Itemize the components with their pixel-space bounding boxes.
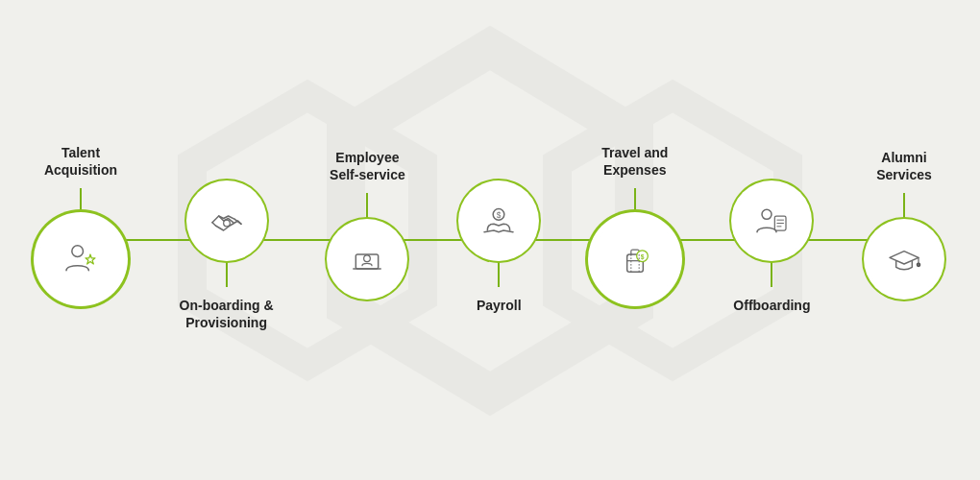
svg-point-24	[917, 263, 919, 266]
label-onboarding: On-boarding & Provisioning	[180, 297, 274, 337]
circle-travel-expenses[interactable]: $	[593, 217, 677, 301]
node-talent-acquisition: Talent Acquisition	[38, 138, 123, 342]
node-offboarding: Offboarding	[733, 143, 810, 337]
label-payroll: Payroll	[477, 297, 522, 337]
circle-onboarding[interactable]	[189, 183, 264, 258]
svg-marker-22	[890, 252, 919, 264]
label-travel-expenses: Travel and Expenses	[601, 138, 668, 179]
hands-coin-icon: $	[479, 202, 518, 240]
circle-talent-acquisition[interactable]	[38, 217, 123, 301]
nodes-row: Talent Acquisition	[38, 138, 942, 342]
graduation-icon	[885, 240, 923, 278]
connector-payroll	[498, 258, 500, 287]
connector-alumni	[903, 193, 905, 222]
svg-point-17	[762, 209, 772, 219]
luggage-coin-icon: $	[616, 240, 654, 278]
connector-talent-acquisition	[80, 188, 82, 217]
svg-marker-4	[86, 254, 95, 264]
label-offboarding: Offboarding	[733, 297, 810, 337]
svg-point-8	[364, 255, 371, 262]
connector-onboarding	[226, 258, 228, 287]
timeline-container: Talent Acquisition	[0, 138, 980, 342]
person-doc-icon	[752, 202, 791, 240]
node-onboarding: On-boarding & Provisioning	[180, 143, 274, 337]
talent-icon	[61, 240, 100, 278]
svg-point-3	[72, 246, 84, 257]
node-alumni-services: Alumni Services	[867, 143, 942, 337]
node-payroll: $ Payroll	[461, 143, 536, 337]
label-talent-acquisition: Talent Acquisition	[44, 138, 117, 179]
node-travel-expenses: Travel and Expenses $	[593, 138, 677, 342]
circle-alumni-services[interactable]	[867, 222, 942, 297]
svg-text:$: $	[497, 210, 502, 220]
svg-text:$: $	[640, 253, 644, 261]
connector-ess	[366, 193, 368, 222]
circle-employee-self-service[interactable]	[330, 222, 404, 297]
label-alumni-services: Alumni Services	[876, 143, 932, 183]
laptop-person-icon	[348, 240, 386, 278]
connector-travel	[634, 188, 636, 217]
connector-offboarding	[771, 258, 772, 287]
node-employee-self-service: Employee Self-service	[330, 143, 405, 337]
handshake-icon	[208, 202, 246, 240]
svg-point-5	[223, 220, 230, 227]
label-employee-self-service: Employee Self-service	[330, 143, 405, 183]
circle-payroll[interactable]: $	[461, 183, 536, 258]
circle-offboarding[interactable]	[734, 183, 809, 258]
